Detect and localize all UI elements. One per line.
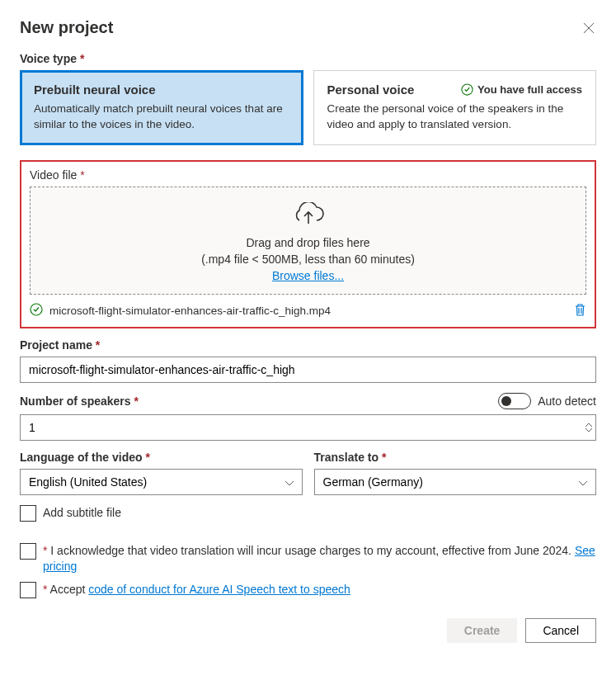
- subtitle-label: Add subtitle file: [43, 505, 121, 522]
- translate-to-select[interactable]: [314, 469, 597, 495]
- auto-detect-label: Auto detect: [538, 394, 596, 408]
- project-name-input[interactable]: [20, 357, 596, 383]
- conduct-checkbox[interactable]: [20, 582, 36, 598]
- delete-file-button[interactable]: [574, 303, 586, 319]
- project-name-label: Project name *: [20, 338, 596, 352]
- video-file-section: Video file * Drag and drop files here (.…: [20, 160, 596, 328]
- voice-type-cards: Prebuilt neural voice Automatically matc…: [20, 70, 596, 145]
- voice-card-desc: Automatically match prebuilt neural voic…: [34, 102, 289, 133]
- check-circle-icon: [30, 303, 43, 319]
- voice-type-label: Voice type *: [20, 52, 596, 65]
- video-dropzone[interactable]: Drag and drop files here (.mp4 file < 50…: [30, 187, 586, 295]
- code-of-conduct-link[interactable]: code of conduct for Azure AI Speech text…: [88, 583, 350, 596]
- auto-detect-toggle[interactable]: [498, 393, 531, 409]
- acknowledge-row: * I acknowledge that video translation w…: [20, 543, 596, 575]
- dialog-footer: Create Cancel: [20, 618, 596, 643]
- video-file-label: Video file *: [30, 168, 586, 182]
- speakers-input[interactable]: [20, 414, 596, 441]
- close-icon: [583, 22, 595, 34]
- close-button[interactable]: [581, 21, 596, 35]
- drop-text: Drag and drop files here: [246, 236, 369, 249]
- drop-hint: (.mp4 file < 500MB, less than 60 minutes…: [201, 253, 415, 266]
- create-button[interactable]: Create: [447, 618, 518, 643]
- browse-files-link[interactable]: Browse files...: [272, 269, 344, 282]
- speakers-label: Number of speakers *: [20, 394, 139, 408]
- voice-card-prebuilt[interactable]: Prebuilt neural voice Automatically matc…: [20, 70, 303, 145]
- acknowledge-checkbox[interactable]: [20, 543, 36, 560]
- uploaded-file-row: microsoft-flight-simulator-enhances-air-…: [30, 303, 586, 319]
- translate-to-label: Translate to *: [314, 451, 597, 464]
- subtitle-checkbox-row: Add subtitle file: [20, 505, 596, 522]
- conduct-row: * Accept code of conduct for Azure AI Sp…: [20, 582, 596, 598]
- acknowledge-text: * I acknowledge that video translation w…: [43, 543, 596, 575]
- dialog-header: New project: [20, 18, 596, 37]
- cloud-upload-icon: [292, 202, 325, 229]
- uploaded-file-name: microsoft-flight-simulator-enhances-air-…: [49, 305, 331, 317]
- language-label: Language of the video *: [20, 451, 303, 464]
- subtitle-checkbox[interactable]: [20, 505, 36, 522]
- new-project-dialog: New project Voice type * Prebuilt neural…: [0, 0, 616, 663]
- cancel-button[interactable]: Cancel: [525, 618, 596, 643]
- voice-card-title: Prebuilt neural voice: [34, 83, 156, 97]
- language-select[interactable]: [20, 469, 303, 495]
- trash-icon: [574, 303, 586, 316]
- dialog-title: New project: [20, 18, 113, 37]
- auto-detect-toggle-wrap: Auto detect: [498, 393, 596, 409]
- access-badge: You have full access: [461, 83, 582, 96]
- check-circle-icon: [461, 83, 473, 96]
- voice-card-title: Personal voice: [327, 83, 415, 97]
- voice-card-desc: Create the personal voice of the speaker…: [327, 102, 583, 133]
- voice-card-personal[interactable]: Personal voice You have full access Crea…: [313, 70, 597, 145]
- conduct-text: * Accept code of conduct for Azure AI Sp…: [43, 582, 350, 598]
